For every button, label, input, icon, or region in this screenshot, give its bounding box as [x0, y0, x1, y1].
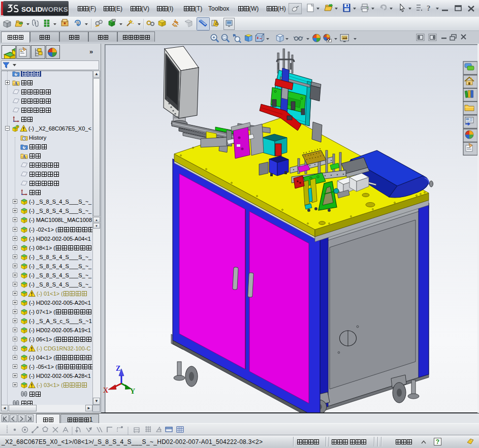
svg-text:WORKS: WORKS: [42, 6, 68, 13]
svg-text:Y: Y: [130, 388, 135, 395]
svg-text:?: ?: [427, 4, 431, 12]
svg-text:X: X: [103, 387, 108, 394]
svg-text:SOLID: SOLID: [21, 6, 43, 13]
svg-text:Z: Z: [116, 365, 120, 372]
